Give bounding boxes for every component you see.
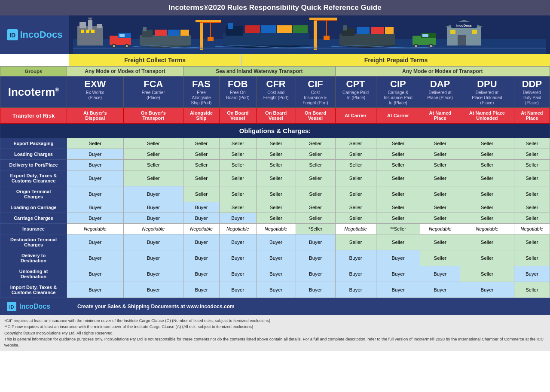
- freight-terms-row: Freight Collect Terms Freight Prepaid Te…: [0, 54, 550, 66]
- cell-8-6: Seller: [335, 234, 376, 250]
- svg-point-10: [88, 18, 92, 20]
- cell-10-10: Buyer: [514, 266, 550, 282]
- cell-8-0: Buyer: [67, 234, 124, 250]
- cell-5-8: Seller: [420, 202, 460, 213]
- groups-label-cell: Groups: [0, 67, 67, 76]
- cell-3-2: Seller: [183, 170, 220, 186]
- incoterm-EXW: EXW Ex Works (Place): [67, 76, 124, 108]
- cell-9-3: Buyer: [219, 250, 256, 266]
- cell-11-5: Buyer: [296, 282, 335, 298]
- footer-logo-area: ID IncoDocs: [6, 301, 71, 312]
- svg-rect-29: [208, 37, 214, 41]
- cell-2-2: Seller: [183, 160, 220, 170]
- cell-8-2: Buyer: [183, 234, 220, 250]
- svg-rect-23: [168, 30, 180, 36]
- cell-4-9: Seller: [460, 186, 514, 202]
- cell-4-1: Buyer: [123, 186, 183, 202]
- risk-FOB: On Board Vessel: [219, 108, 256, 124]
- cell-11-2: Buyer: [183, 282, 220, 298]
- cell-9-9: Seller: [460, 250, 514, 266]
- cell-10-4: Buyer: [256, 266, 296, 282]
- obligation-row-4: Origin Terminal ChargesBuyerBuyerSellerS…: [0, 186, 550, 202]
- cell-7-10: Negotiable: [514, 224, 550, 234]
- logo-text: IncoDocs: [20, 29, 62, 40]
- obligation-row-7: InsuranceNegotiableNegotiableNegotiableN…: [0, 224, 550, 234]
- risk-label: Transfer of Risk: [0, 108, 67, 124]
- cell-2-0: Buyer: [67, 160, 124, 170]
- cell-5-4: Seller: [256, 202, 296, 213]
- cell-8-9: Seller: [460, 234, 514, 250]
- svg-rect-9: [91, 30, 95, 33]
- cell-9-10: Seller: [514, 250, 550, 266]
- incoterm-DDP: DDP Delivered Duty Paid (Place): [514, 76, 550, 108]
- cell-0-4: Seller: [256, 138, 296, 149]
- cell-9-4: Buyer: [256, 250, 296, 266]
- risk-FCA: On Buyer's Transport: [123, 108, 183, 124]
- svg-rect-18: [119, 34, 125, 37]
- cell-10-9: Seller: [460, 266, 514, 282]
- incoterm-CIP: CIP Carriage & Insurance Paid to (Place): [376, 76, 420, 108]
- svg-text:ID: ID: [9, 32, 15, 39]
- cell-4-10: Seller: [514, 186, 550, 202]
- cell-3-9: Seller: [460, 170, 514, 186]
- risk-DAP: At Named Place: [420, 108, 460, 124]
- incoterm-CFR: CFR Cost and Freight (Port): [256, 76, 296, 108]
- row-label-7: Insurance: [0, 224, 67, 234]
- cell-1-3: Seller: [219, 149, 256, 160]
- groups-header-row: Groups Any Mode or Modes of Transport Se…: [0, 67, 550, 76]
- logo-docs: Docs: [40, 29, 63, 40]
- cell-1-7: Seller: [376, 149, 420, 160]
- cell-9-6: Buyer: [335, 250, 376, 266]
- risk-FAS: Alongside Ship: [183, 108, 220, 124]
- cell-4-8: Seller: [420, 186, 460, 202]
- cell-1-2: Seller: [183, 149, 220, 160]
- row-label-0: Export Packaging: [0, 138, 67, 149]
- cell-1-4: Seller: [256, 149, 296, 160]
- group-any1-header: Any Mode or Modes of Transport: [67, 67, 183, 76]
- cell-6-6: Seller: [335, 213, 376, 224]
- row-label-10: Unloading at Destination: [0, 266, 67, 282]
- cell-1-8: Seller: [420, 149, 460, 160]
- cell-6-7: Seller: [376, 213, 420, 224]
- cell-7-8: Negotiable: [420, 224, 460, 234]
- incoterm-FOB: FOB Free On Board (Port): [219, 76, 256, 108]
- obligation-row-10: Unloading at DestinationBuyerBuyerBuyerB…: [0, 266, 550, 282]
- svg-point-17: [126, 45, 128, 47]
- incoterm-FCA: FCA Free Carrier (Place): [123, 76, 183, 108]
- cell-7-1: Negotiable: [123, 224, 183, 234]
- cell-6-3: Buyer: [219, 213, 256, 224]
- obligation-row-6: Carriage ChargesBuyerBuyerBuyerBuyerSell…: [0, 213, 550, 224]
- cell-11-9: Buyer: [460, 282, 514, 298]
- cell-11-0: Buyer: [67, 282, 124, 298]
- cell-2-9: Seller: [460, 160, 514, 170]
- cell-4-0: Buyer: [67, 186, 124, 202]
- row-label-11: Import Duty, Taxes & Customs Clearance: [0, 282, 67, 298]
- svg-rect-4: [79, 22, 86, 28]
- cell-3-1: Seller: [123, 170, 183, 186]
- page-wrapper: Incoterms®2020 Rules Responsibility Quic…: [0, 0, 550, 351]
- footer-logo-icon: ID: [6, 301, 17, 312]
- cell-2-5: Seller: [296, 160, 335, 170]
- svg-rect-41: [324, 36, 330, 40]
- row-label-2: Delivery to Port/Place: [0, 160, 67, 170]
- obligation-row-5: Loading on CarriageBuyerBuyerBuyerSeller…: [0, 202, 550, 213]
- cell-9-5: Buyer: [296, 250, 335, 266]
- svg-rect-8: [86, 30, 89, 33]
- cell-7-0: Negotiable: [67, 224, 124, 234]
- svg-text:ID: ID: [9, 304, 14, 310]
- cell-9-8: Seller: [420, 250, 460, 266]
- cell-7-6: Negotiable: [335, 224, 376, 234]
- svg-text:IncoDocs: IncoDocs: [456, 24, 472, 27]
- cell-5-6: Seller: [335, 202, 376, 213]
- incoterm-CIF: CIF Cost Insurance & Freight (Port): [296, 76, 335, 108]
- cell-1-10: Seller: [514, 149, 550, 160]
- cell-9-7: Buyer: [376, 250, 420, 266]
- row-label-4: Origin Terminal Charges: [0, 186, 67, 202]
- svg-rect-32: [228, 23, 233, 29]
- cell-8-4: Buyer: [256, 234, 296, 250]
- cell-0-8: Seller: [420, 138, 460, 149]
- svg-rect-37: [314, 18, 317, 50]
- header-area: ID IncoDocs: [0, 15, 550, 54]
- freight-spacer: [0, 54, 69, 66]
- footer-note-2: **CIP now requires at least an insurance…: [4, 324, 546, 330]
